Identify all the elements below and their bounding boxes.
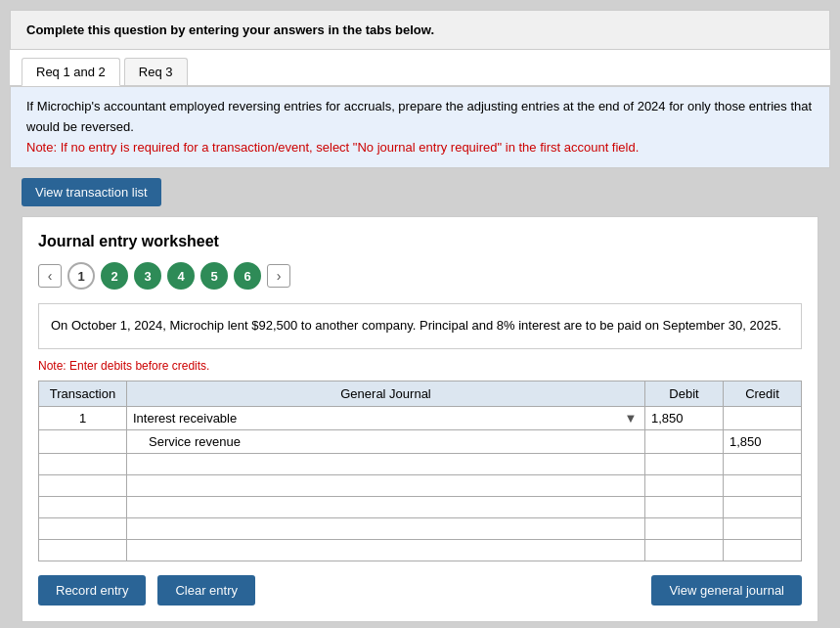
trans-cell-4 (39, 475, 127, 497)
debit-cell-4[interactable] (645, 475, 724, 497)
debit-cell-7[interactable] (645, 540, 724, 561)
credit-cell-4[interactable] (724, 475, 802, 497)
page-5-button[interactable]: 5 (200, 262, 228, 290)
credit-cell-1[interactable] (724, 407, 802, 430)
credit-cell-5[interactable] (724, 497, 802, 518)
journal-cell-3[interactable] (127, 454, 645, 475)
bottom-buttons: Record entry Clear entry View general jo… (38, 575, 802, 606)
tab-req3[interactable]: Req 3 (124, 58, 188, 85)
journal-cell-5[interactable] (127, 497, 645, 518)
table-row: Service revenue 1,850 (39, 430, 802, 454)
journal-text-1: Interest receivable (133, 411, 623, 426)
debit-cell-6[interactable] (645, 518, 724, 540)
note-debits: Note: Enter debits before credits. (38, 359, 802, 373)
tab-req1and2[interactable]: Req 1 and 2 (22, 58, 120, 86)
journal-text-2: Service revenue (133, 434, 639, 449)
journal-cell-7[interactable] (127, 540, 645, 561)
trans-cell-1: 1 (39, 407, 127, 430)
journal-cell-4[interactable] (127, 475, 645, 497)
col-header-journal: General Journal (127, 381, 645, 407)
debit-cell-2[interactable] (645, 430, 724, 454)
next-page-button[interactable]: › (267, 264, 290, 288)
table-row: 1 Interest receivable ▼ 1,850 (39, 407, 802, 430)
table-row (39, 497, 802, 518)
journal-cell-2[interactable]: Service revenue (127, 430, 645, 454)
view-transaction-button[interactable]: View transaction list (22, 178, 161, 206)
page-2-button[interactable]: 2 (101, 262, 128, 290)
col-header-credit: Credit (724, 381, 802, 407)
debit-cell-3[interactable] (645, 454, 724, 475)
debit-cell-5[interactable] (645, 497, 724, 518)
record-entry-button[interactable]: Record entry (38, 575, 146, 606)
worksheet-title: Journal entry worksheet (38, 233, 802, 250)
col-header-debit: Debit (645, 381, 724, 407)
trans-cell-6 (39, 518, 127, 540)
debit-cell-1[interactable]: 1,850 (645, 407, 724, 430)
tabs-bar: Req 1 and 2 Req 3 (10, 50, 830, 86)
col-header-transaction: Transaction (39, 381, 127, 407)
scenario-box: On October 1, 2024, Microchip lent $92,5… (38, 303, 802, 349)
trans-cell-5 (39, 497, 127, 518)
journal-cell-6[interactable] (127, 518, 645, 540)
instruction-text: Complete this question by entering your … (26, 22, 814, 37)
table-row (39, 475, 802, 497)
page-4-button[interactable]: 4 (167, 262, 195, 290)
prev-page-button[interactable]: ‹ (38, 264, 62, 288)
credit-cell-7[interactable] (724, 540, 802, 561)
table-row (39, 540, 802, 561)
table-row (39, 454, 802, 475)
page-6-button[interactable]: 6 (234, 262, 261, 290)
info-main-text: If Microchip's accountant employed rever… (26, 99, 812, 134)
page-1-button[interactable]: 1 (67, 262, 95, 290)
trans-cell-2 (39, 430, 127, 454)
clear-entry-button[interactable]: Clear entry (157, 575, 255, 606)
trans-cell-3 (39, 454, 127, 475)
info-note-text: Note: If no entry is required for a tran… (26, 140, 639, 155)
dropdown-arrow-1[interactable]: ▼ (623, 411, 639, 426)
scenario-text: On October 1, 2024, Microchip lent $92,5… (51, 318, 781, 333)
page-3-button[interactable]: 3 (134, 262, 161, 290)
instruction-box: Complete this question by entering your … (10, 10, 830, 50)
credit-cell-3[interactable] (724, 454, 802, 475)
journal-cell-1[interactable]: Interest receivable ▼ (127, 407, 645, 430)
info-box: If Microchip's accountant employed rever… (10, 86, 830, 168)
credit-cell-2[interactable]: 1,850 (724, 430, 802, 454)
journal-table: Transaction General Journal Debit Credit… (38, 381, 802, 561)
credit-cell-6[interactable] (724, 518, 802, 540)
worksheet-container: Journal entry worksheet ‹ 1 2 3 4 5 6 › … (22, 216, 818, 622)
trans-cell-7 (39, 540, 127, 561)
view-general-journal-button[interactable]: View general journal (651, 575, 802, 606)
nav-row: ‹ 1 2 3 4 5 6 › (38, 262, 802, 290)
table-row (39, 518, 802, 540)
